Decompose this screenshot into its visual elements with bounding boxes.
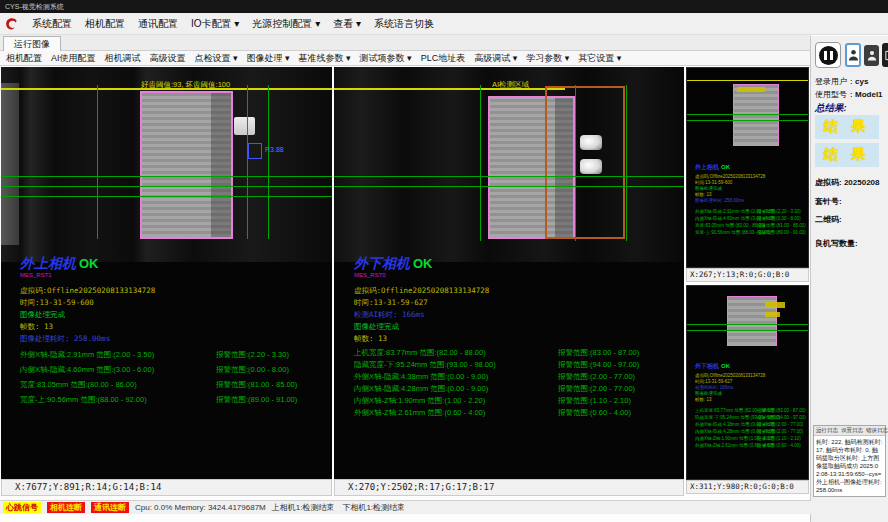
- measure-value: 外侧X轴-隐藏:2.91mm 范围:(2.00 - 3.50): [20, 350, 154, 360]
- preview1-measurement-row: 宽度:83.05mm 范围:(80.00 - 86.00) 报警范围:(81.0…: [695, 223, 809, 230]
- toolbar-item[interactable]: AI使用配置: [51, 52, 96, 65]
- right-camera-image[interactable]: AI检测区域: [334, 67, 684, 262]
- menu-item[interactable]: 系统语言切换: [374, 17, 434, 31]
- right-done: 图像处理完成: [354, 322, 399, 332]
- toolbar-item[interactable]: 学习参数 ▾: [526, 52, 569, 65]
- preview2-measurement-row: 内侧X轴-Z轴:1.90mm 范围:(1.00 - 2.20) 报警范围:(1.…: [695, 436, 809, 443]
- menu-item[interactable]: IO卡配置 ▾: [191, 17, 239, 31]
- user-login-button[interactable]: [845, 43, 861, 67]
- toolbar-item[interactable]: 高级调试 ▾: [474, 52, 517, 65]
- menu-item[interactable]: 通讯配置: [138, 17, 178, 31]
- preview2-time: 时间:13-31-59-627: [695, 379, 732, 384]
- result-box-2: 结 果: [815, 143, 879, 167]
- tab-strip: 运行图像: [0, 35, 811, 51]
- operator-button[interactable]: [864, 45, 879, 66]
- measure-value: 隐藏宽度-下:95.24mm 范围:(93.00 - 98.00): [354, 360, 496, 370]
- alarm-range: 报警范围:(0.00 - 8.00): [757, 216, 801, 221]
- menu-item[interactable]: 光源控制配置 ▾: [252, 17, 320, 31]
- login-user-row: 登录用户：cys: [815, 76, 868, 87]
- log-box: 运行日志设置日志错误日志 耗时: 222, 触码检测耗时: 17, 触码分布耗时…: [813, 425, 886, 497]
- pause-button[interactable]: [815, 42, 841, 68]
- alarm-range: 报警范围:(0.00 - 8.00): [216, 365, 289, 375]
- toolbar-items: 相机配置AI使用配置相机调试高级设置点检设置 ▾图像处理 ▾基准线参数 ▾测试项…: [6, 52, 621, 65]
- right-camera-name: 外下相机: [354, 255, 410, 271]
- preview2-overlay-text-tag-2: [765, 312, 780, 317]
- left-measurement-row: 内侧X轴-隐藏:4.60mm 范围:(3.00 - 6.00) 报警范围:(0.…: [20, 365, 320, 380]
- preview2-virtual-code: 虚拟码:Offline20250208133134728: [695, 373, 765, 378]
- right-measurement-row: 隐藏宽度-下:95.24mm 范围:(93.00 - 98.00) 报警范围:(…: [354, 360, 670, 372]
- virtual-code-label: 虚拟码:: [815, 178, 842, 187]
- toolbar-item[interactable]: 测试项参数 ▾: [360, 52, 412, 65]
- exit-button[interactable]: [882, 43, 888, 67]
- left-camera-image[interactable]: 好齿阈值:93, 坏齿阈值:100 R3.88: [1, 67, 332, 262]
- log-tab[interactable]: 设置日志: [841, 427, 863, 434]
- toolbar-item[interactable]: 图像处理 ▾: [247, 52, 290, 65]
- left-cursor-readout: X:7677;Y:891;R:14;G:14;B:14: [1, 479, 332, 496]
- result-box-1: 结 果: [815, 115, 879, 139]
- log-tab[interactable]: 运行日志: [816, 427, 838, 434]
- alarm-range: 报警范围:(94.00 - 97.00): [757, 415, 806, 420]
- left-measurement-row: 宽度:83.05mm 范围:(80.00 - 86.00) 报警范围:(81.0…: [20, 380, 320, 395]
- left-measurement-row: 宽度-上:90.56mm 范围:(88.00 - 92.00) 报警范围:(89…: [20, 395, 320, 410]
- right-virtual-code: 虚拟码:Offline20250208133134728: [354, 286, 489, 296]
- right-measurement-row: 外侧X轴-Z轴:2.61mm 范围:(0.60 - 4.00) 报警范围:(0.…: [354, 408, 670, 420]
- measure-value: 外侧X轴-隐藏:4.38mm 范围:(0.00 - 9.00): [354, 372, 488, 382]
- right-measurement-row: 内侧X轴-隐藏:4.28mm 范围:(0.00 - 9.00) 报警范围:(2.…: [354, 384, 670, 396]
- virtual-code-row: 虚拟码: 20250208: [815, 177, 880, 188]
- menu-item[interactable]: 系统配置: [32, 17, 72, 31]
- app-logo-icon: [4, 16, 19, 31]
- right-baseline-yellow: [334, 88, 565, 90]
- preview-top-camera[interactable]: 外上相机OK 虚拟码:Offline20250208133134728 时间:1…: [686, 67, 809, 268]
- needle-row: 套针号:: [815, 196, 842, 207]
- left-radius-label: R3.88: [265, 146, 284, 153]
- left-virtual-code: 虚拟码:Offline20250208133134728: [20, 286, 155, 296]
- left-time: 时间:13-31-59-600: [20, 298, 94, 308]
- alarm-range: 报警范围:(83.00 - 87.00): [757, 408, 806, 413]
- left-done: 图像处理完成: [20, 310, 65, 320]
- menu-items: 系统配置相机配置通讯配置IO卡配置 ▾光源控制配置 ▾查看 ▾系统语言切换: [32, 17, 434, 31]
- preview2-overlay-text-tag-1: [765, 302, 785, 308]
- preview2-green-line-2: [687, 330, 808, 331]
- toolbar-item[interactable]: PLC地址表: [421, 52, 466, 65]
- left-measure-line-2: [1, 186, 332, 187]
- measure-value: 宽度-上:90.56mm 范围:(88.00 - 92.00): [20, 395, 147, 405]
- toolbar-item[interactable]: 基准线参数 ▾: [299, 52, 351, 65]
- menu-item[interactable]: 查看 ▾: [333, 17, 361, 31]
- pause-icon: [819, 46, 838, 65]
- tab-run-image[interactable]: 运行图像: [3, 36, 61, 51]
- preview1-camera-name: 外上相机: [695, 164, 719, 170]
- toolbar-item[interactable]: 相机配置: [6, 52, 42, 65]
- toolbar-item[interactable]: 点检设置 ▾: [195, 52, 238, 65]
- left-camera-name: 外上相机: [20, 255, 76, 271]
- alarm-range: 报警范围:(83.00 - 87.00): [558, 348, 639, 358]
- preview1-done: 图像处理完成: [695, 186, 722, 191]
- log-tab[interactable]: 错误日志: [866, 427, 888, 434]
- right-measure-vline-3: [626, 85, 627, 241]
- preview-bottom-camera[interactable]: 外下相机OK 虚拟码:Offline20250208133134728 时间:1…: [686, 285, 809, 480]
- preview2-measurement-row: 上机宽度:83.77mm 范围:(82.00 - 88.00) 报警范围:(83…: [695, 408, 809, 415]
- log-text[interactable]: 耗时: 222, 触码检测耗时: 17, 触码分布耗时: 0, 触码提取分区耗时…: [814, 436, 885, 496]
- preview2-measurements: 上机宽度:83.77mm 范围:(82.00 - 88.00) 报警范围:(83…: [695, 408, 809, 450]
- operator-icon: [867, 49, 877, 62]
- preview1-measurement-row: 内侧X轴-隐藏:4.60mm 范围:(3.00 - 6.00) 报警范围:(0.…: [695, 216, 809, 223]
- left-camera-view[interactable]: 好齿阈值:93, 坏齿阈值:100 R3.88 外上相机OK MES_RST1 …: [1, 67, 332, 479]
- alarm-range: 报警范围:(1.10 - 2.10): [757, 436, 801, 441]
- preview1-green-line-2: [687, 120, 808, 121]
- right-status-ok: OK: [413, 256, 433, 271]
- right-camera-view[interactable]: AI检测区域 外下相机OK MES_RST0 虚拟码:Offline202502…: [334, 67, 684, 479]
- left-part-block: [140, 91, 233, 239]
- measure-value: 外侧X轴-Z轴:2.61mm 范围:(0.60 - 4.00): [354, 408, 485, 418]
- qrcode-label: 二维码:: [815, 215, 842, 224]
- preview2-done: 图像处理完成: [695, 391, 722, 396]
- measure-value: 宽度:83.05mm 范围:(80.00 - 86.00): [20, 380, 137, 390]
- preview2-frames: 帧数: 13: [695, 397, 712, 402]
- preview1-time: 时间:13-31-59-600: [695, 180, 732, 185]
- left-measurements: 外侧X轴-隐藏:2.91mm 范围:(2.00 - 3.50) 报警范围:(2.…: [20, 350, 320, 410]
- toolbar-item[interactable]: 相机调试: [105, 52, 141, 65]
- needle-label: 套针号:: [815, 197, 842, 206]
- toolbar-item[interactable]: 其它设置 ▾: [578, 52, 621, 65]
- menu-item[interactable]: 相机配置: [85, 17, 125, 31]
- right-measurement-row: 内侧X轴-Z轴:1.90mm 范围:(1.00 - 2.20) 报警范围:(1.…: [354, 396, 670, 408]
- toolbar-item[interactable]: 高级设置: [150, 52, 186, 65]
- left-result-title: 外上相机OK: [20, 255, 99, 273]
